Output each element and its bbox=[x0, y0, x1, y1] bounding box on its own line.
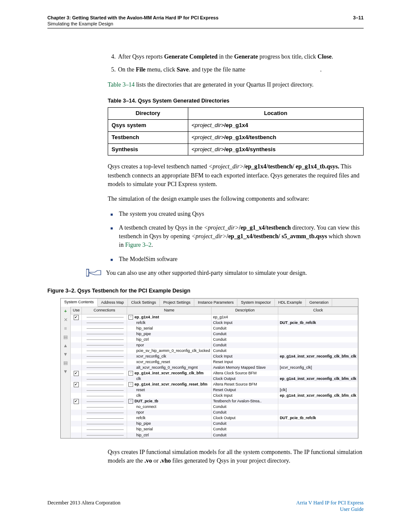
connection-cell[interactable] bbox=[82, 432, 127, 438]
component-list: The system you created using Qsys A test… bbox=[108, 210, 364, 264]
connection-cell[interactable] bbox=[82, 348, 127, 354]
table-row[interactable]: refclkClock InputDUT_pcie_tb_refclk bbox=[71, 320, 358, 326]
table-row[interactable]: ✔-ep_g1x4_instep_g1x4 bbox=[71, 314, 358, 320]
name-cell: hip_ctrl bbox=[127, 337, 212, 342]
checkbox-icon[interactable]: ✔ bbox=[74, 399, 79, 404]
table-ref-link[interactable]: Table 3–14 bbox=[108, 81, 134, 88]
toolbar-button-7[interactable]: ▼ bbox=[62, 368, 69, 375]
table-row[interactable]: hip_serialConduit bbox=[71, 426, 358, 432]
connection-cell[interactable] bbox=[82, 382, 127, 387]
connection-cell[interactable] bbox=[82, 365, 127, 370]
connection-cell[interactable] bbox=[82, 426, 127, 432]
table-row[interactable]: ✔-DUT_pcie_tbTestbench for Avalon-Strea.… bbox=[71, 398, 358, 404]
tab-system-contents[interactable]: System Contents bbox=[61, 299, 98, 306]
checkbox-icon[interactable]: ✔ bbox=[74, 371, 79, 376]
tab-instance-parameters[interactable]: Instance Parameters bbox=[194, 299, 237, 306]
col-description: Description bbox=[212, 307, 278, 314]
name-cell: hip_ctrl bbox=[127, 432, 212, 438]
connection-cell[interactable] bbox=[82, 320, 127, 326]
connection-cell[interactable] bbox=[82, 421, 127, 426]
table-row[interactable]: xcvr_reconfig_resetReset Input bbox=[71, 359, 358, 365]
desc-cell: Conduit bbox=[212, 404, 278, 410]
table-row[interactable]: nporConduit bbox=[71, 410, 358, 415]
col-directory: Directory bbox=[108, 108, 188, 120]
connection-cell[interactable] bbox=[82, 342, 127, 348]
connection-cell[interactable] bbox=[82, 359, 127, 365]
name-cell: hip_serial bbox=[127, 326, 212, 331]
clock-cell bbox=[278, 359, 358, 365]
expand-icon[interactable]: - bbox=[128, 399, 133, 404]
tab-address-map[interactable]: Address Map bbox=[98, 299, 128, 306]
connection-cell[interactable] bbox=[82, 410, 127, 415]
table-row[interactable]: xcvr_reconfig_clkClock Inputep_g1x4_inst… bbox=[71, 354, 358, 359]
name-cell: hip_pipe bbox=[127, 331, 212, 337]
connection-cell[interactable] bbox=[82, 314, 127, 320]
list-item: The system you created using Qsys bbox=[116, 210, 364, 218]
clock-cell bbox=[278, 331, 358, 337]
note-hand-icon bbox=[86, 269, 106, 277]
footer-doc-sub[interactable]: User Guide bbox=[296, 506, 364, 513]
connection-cell[interactable] bbox=[82, 404, 127, 410]
tab-generation[interactable]: Generation bbox=[306, 299, 333, 306]
expand-icon[interactable]: - bbox=[128, 315, 133, 320]
desc-cell: ep_g1x4 bbox=[212, 314, 278, 320]
toolbar-button-4[interactable]: ▲ bbox=[62, 342, 69, 349]
desc-cell: Testbench for Avalon-Strea.. bbox=[212, 398, 278, 404]
table-row[interactable]: hip_pipeConduit bbox=[71, 331, 358, 337]
paragraph-testbench: Qsys creates a top-level testbench named… bbox=[108, 162, 364, 189]
tab-hdl-example[interactable]: HDL Example bbox=[275, 299, 306, 306]
checkbox-icon[interactable]: ✔ bbox=[74, 315, 79, 320]
connection-cell[interactable] bbox=[82, 376, 127, 382]
table-row[interactable]: pcie_sv_hip_avmm_0_reconfig_clk_lockedCo… bbox=[71, 348, 358, 354]
connection-cell[interactable] bbox=[82, 337, 127, 342]
toolbar-button-2[interactable]: ≡ bbox=[62, 325, 69, 332]
expand-icon[interactable]: - bbox=[128, 382, 133, 387]
toolbar-button-1[interactable]: ✕ bbox=[62, 316, 69, 323]
toolbar-button-0[interactable]: + bbox=[62, 308, 69, 314]
col-connections: Connections bbox=[82, 307, 127, 314]
name-cell: -DUT_pcie_tb bbox=[127, 398, 212, 404]
toolbar-button-6[interactable]: ▤ bbox=[62, 359, 69, 366]
svg-rect-0 bbox=[86, 269, 89, 276]
table-row[interactable]: hip_pipeConduit bbox=[71, 421, 358, 426]
clock-cell bbox=[278, 410, 358, 415]
table-row[interactable]: alt_xcvr_reconfig_0_reconfig_mgmtAvalon … bbox=[71, 365, 358, 370]
checkbox-icon[interactable]: ✔ bbox=[74, 382, 79, 387]
tab-clock-settings[interactable]: Clock Settings bbox=[128, 299, 160, 306]
clock-cell bbox=[278, 426, 358, 432]
table-row[interactable]: no_connectConduit bbox=[71, 404, 358, 410]
connection-cell[interactable] bbox=[82, 393, 127, 398]
figure-ref-link[interactable]: Figure 3–2 bbox=[125, 242, 151, 248]
footer-doc-title[interactable]: Arria V Hard IP for PCI Express bbox=[296, 500, 364, 506]
table-row[interactable]: hip_serialConduit bbox=[71, 326, 358, 331]
tab-project-settings[interactable]: Project Settings bbox=[160, 299, 194, 306]
table-row[interactable]: nporConduit bbox=[71, 342, 358, 348]
expand-icon[interactable]: - bbox=[128, 371, 133, 376]
table-row[interactable]: hip_ctrlConduit bbox=[71, 432, 358, 438]
table-row[interactable]: clkClock Inputep_g1x4_inst_xcvr_reconfig… bbox=[71, 393, 358, 398]
page-footer: December 2013 Altera Corporation Arria V… bbox=[47, 500, 364, 513]
connection-cell[interactable] bbox=[82, 398, 127, 404]
table-row[interactable]: hip_ctrlConduit bbox=[71, 337, 358, 342]
desc-cell: Reset Input bbox=[212, 359, 278, 365]
connection-cell[interactable] bbox=[82, 415, 127, 421]
connection-cell[interactable] bbox=[82, 326, 127, 331]
col-name: Name bbox=[127, 307, 212, 314]
table-row[interactable]: ✔-ep_g1x4_inst_xcvr_reconfig_clk_bfmAlte… bbox=[71, 370, 358, 376]
tab-system-inspector[interactable]: System Inspector bbox=[237, 299, 275, 306]
connection-cell[interactable] bbox=[82, 331, 127, 337]
connection-cell[interactable] bbox=[82, 370, 127, 376]
paragraph-components: The simulation of the design example use… bbox=[108, 195, 364, 203]
table-row[interactable]: refclkClock OutputDUT_pcie_tb_refclk bbox=[71, 415, 358, 421]
desc-cell: Conduit bbox=[212, 342, 278, 348]
connection-cell[interactable] bbox=[82, 387, 127, 393]
connection-cell[interactable] bbox=[82, 354, 127, 359]
table-row[interactable]: clkClock Outputep_g1x4_inst_xcvr_reconfi… bbox=[71, 376, 358, 382]
clock-cell: [clk] bbox=[278, 387, 358, 393]
desc-cell: Altera Reset Source BFM bbox=[212, 382, 278, 387]
table-row[interactable]: resetReset Output[clk] bbox=[71, 387, 358, 393]
name-cell: -ep_g1x4_inst_xcvr_reconfig_clk_bfm bbox=[127, 370, 212, 376]
toolbar-button-3[interactable]: ▤ bbox=[62, 333, 69, 340]
toolbar-button-5[interactable]: ▼ bbox=[62, 351, 69, 358]
table-row[interactable]: ✔-ep_g1x4_inst_xcvr_reconfig_reset_bfmAl… bbox=[71, 382, 358, 387]
